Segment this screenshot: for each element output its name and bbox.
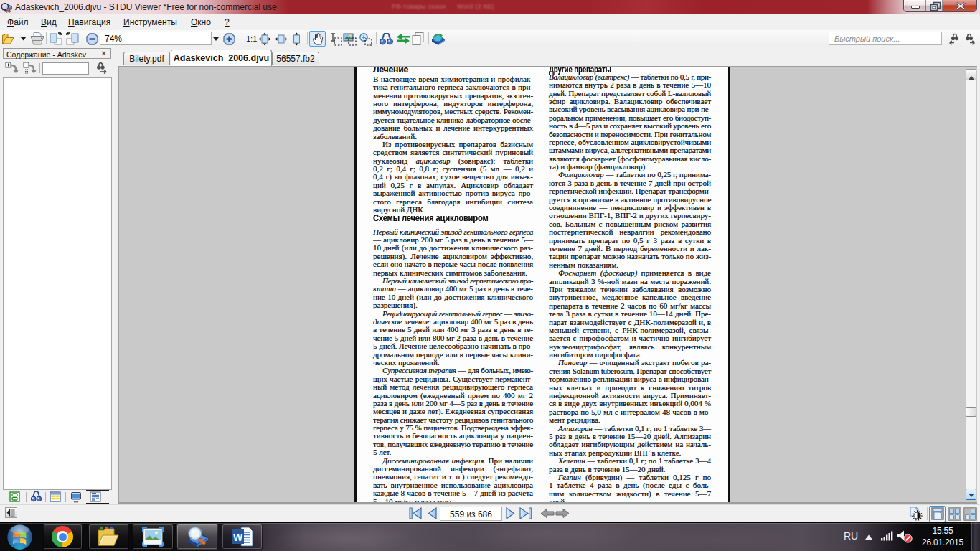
svg-text:W: W — [233, 532, 243, 543]
